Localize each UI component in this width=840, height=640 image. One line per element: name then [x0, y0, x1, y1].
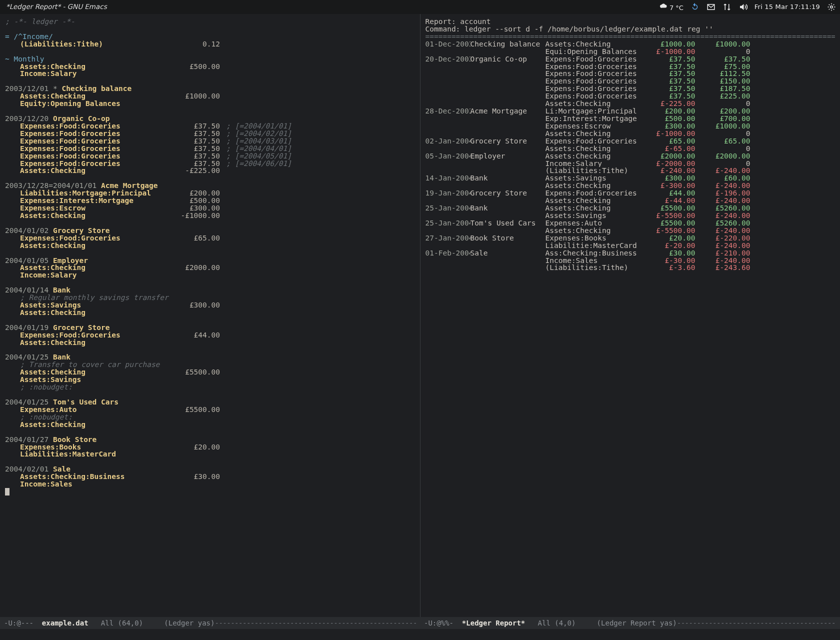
report-account: Assets:Checking: [546, 100, 640, 108]
report-payee: [470, 197, 546, 204]
ledger-line: Expenses:Food:Groceries£37.50; [=2004/02…: [5, 130, 415, 138]
report-date: 05-Jan-2004: [426, 152, 470, 160]
ledger-line: Expenses:Books£20.00: [5, 444, 415, 451]
ledger-line: 2003/12/20 Organic Co-op: [5, 115, 415, 122]
report-running-total: £-240.00: [696, 257, 750, 264]
modeline-mode: (Ledger yas): [164, 620, 214, 626]
report-row: Assets:Checking£-225.000: [426, 100, 836, 108]
volume-icon[interactable]: [738, 2, 748, 12]
report-date: 27-Jan-2004: [426, 234, 470, 242]
report-running-total: £-196.00: [696, 190, 750, 197]
report-amount: £-2000.00: [640, 160, 696, 168]
report-running-total: £-240.00: [696, 167, 750, 174]
ledger-line: Assets:Checking-£225.00: [5, 167, 415, 174]
report-date: 20-Dec-2003: [426, 56, 470, 63]
report-date: [426, 197, 470, 204]
ledger-line: Income:Sales: [5, 480, 415, 488]
ledger-line: Equity:Opening Balances: [5, 100, 415, 108]
report-account: Equi:Opening Balances: [546, 48, 640, 56]
clock[interactable]: Fri 15 Mar 17:11:19: [754, 4, 820, 10]
ledger-line: 2004/01/14 Bank: [5, 286, 415, 294]
ledger-source-buffer[interactable]: ; -*- ledger -*- = /^Income/(Liabilities…: [0, 14, 420, 617]
report-payee: [470, 122, 546, 130]
report-payee: [470, 115, 546, 122]
ledger-line: Expenses:Food:Groceries£44.00: [5, 332, 415, 339]
report-row: 01-Feb-2004SaleAss:Checking:Business£30.…: [426, 250, 836, 257]
report-amount: £-1000.00: [640, 130, 696, 138]
mail-icon[interactable]: [706, 2, 716, 12]
report-date: 25-Jan-2004: [426, 220, 470, 227]
ledger-line: Expenses:Auto£5500.00: [5, 406, 415, 414]
report-account: Ass:Checking:Business: [546, 250, 640, 257]
ledger-report-buffer[interactable]: Report: accountCommand: ledger --sort d …: [420, 14, 840, 617]
report-amount: £-65.00: [640, 145, 696, 152]
report-row: 20-Dec-2003Organic Co-opExpens:Food:Groc…: [426, 56, 836, 63]
report-running-total: £112.50: [696, 70, 750, 78]
report-amount: £-5500.00: [640, 227, 696, 234]
report-payee: Checking balance: [470, 40, 546, 48]
report-date: [426, 145, 470, 152]
report-amount: £65.00: [640, 138, 696, 145]
settings-gear-icon[interactable]: [827, 2, 836, 12]
ledger-line: Expenses:Food:Groceries£37.50; [=2004/01…: [5, 122, 415, 130]
report-row: 27-Jan-2004Book StoreExpenses:Books£20.0…: [426, 234, 836, 242]
report-payee: [470, 92, 546, 100]
report-running-total: £1000.00: [696, 40, 750, 48]
report-running-total: £37.50: [696, 56, 750, 63]
report-running-total: £-210.00: [696, 250, 750, 257]
report-row: 25-Jan-2004BankAssets:Checking£5500.00£5…: [426, 204, 836, 212]
ledger-line: Income:Salary: [5, 70, 415, 78]
ledger-line: 2004/01/25 Tom's Used Cars: [5, 398, 415, 406]
refresh-icon[interactable]: [690, 2, 700, 12]
system-topbar: *Ledger Report* - GNU Emacs 7 °C Fri 15 …: [0, 0, 840, 14]
report-date: 02-Jan-2004: [426, 138, 470, 145]
report-payee: Acme Mortgage: [470, 108, 546, 115]
report-account: Assets:Checking: [546, 182, 640, 190]
modeline-left[interactable]: -U:@--- example.dat All (64,0) (Ledger y…: [0, 617, 420, 629]
report-row: Expens:Food:Groceries£37.50£225.00: [426, 92, 836, 100]
report-date: 28-Dec-2003: [426, 108, 470, 115]
network-icon[interactable]: [722, 2, 732, 12]
report-account: Expenses:Auto: [546, 220, 640, 227]
report-date: [426, 92, 470, 100]
ledger-line: ; :nobudget:: [5, 414, 415, 421]
report-running-total: £75.00: [696, 63, 750, 70]
report-payee: Organic Co-op: [470, 56, 546, 63]
ledger-line: Assets:Checking£5500.00: [5, 368, 415, 376]
report-row: Assets:Checking£-1000.000: [426, 130, 836, 138]
report-running-total: £187.50: [696, 85, 750, 92]
report-date: [426, 182, 470, 190]
report-row: Assets:Savings£-5500.00£-240.00: [426, 212, 836, 220]
report-account: Assets:Savings: [546, 174, 640, 182]
report-payee: Employer: [470, 152, 546, 160]
report-payee: [470, 257, 546, 264]
modeline-fill: ----------------------------------------…: [214, 620, 416, 626]
ledger-line: Assets:Checking: [5, 309, 415, 316]
report-account: Expens:Food:Groceries: [546, 56, 640, 63]
weather-indicator[interactable]: 7 °C: [658, 2, 684, 12]
report-account: (Liabilities:Tithe): [546, 167, 640, 174]
modeline-right[interactable]: -U:@%%- *Ledger Report* All (4,0) (Ledge…: [420, 617, 840, 629]
report-amount: £500.00: [640, 115, 696, 122]
ledger-line: ; -*- ledger -*-: [5, 18, 415, 26]
ledger-line: ; Regular monthly savings transfer: [5, 294, 415, 302]
report-row: 19-Jan-2004Grocery StoreExpens:Food:Groc…: [426, 190, 836, 197]
report-row: Income:Sales£-30.00£-240.00: [426, 257, 836, 264]
modeline-fill: ----------------------------------------…: [677, 620, 836, 626]
report-row: Liabilitie:MasterCard£-20.00£-240.00: [426, 242, 836, 250]
ledger-line: Assets:Checking£1000.00: [5, 92, 415, 100]
report-running-total: 0: [696, 100, 750, 108]
report-row: Expens:Food:Groceries£37.50£112.50: [426, 70, 836, 78]
report-row: Assets:Checking£-300.00£-240.00: [426, 182, 836, 190]
ledger-line: 2004/01/25 Bank: [5, 354, 415, 361]
window-title: *Ledger Report* - GNU Emacs: [6, 4, 107, 10]
report-date: [426, 122, 470, 130]
modeline-position: All (64,0): [88, 620, 164, 626]
ledger-line: 2003/12/01 * Checking balance: [5, 85, 415, 92]
report-date: [426, 70, 470, 78]
report-payee: [470, 85, 546, 92]
minibuffer[interactable]: [0, 629, 840, 640]
report-date: [426, 85, 470, 92]
report-running-total: 0: [696, 160, 750, 168]
ledger-line: Assets:Checking£2000.00: [5, 264, 415, 272]
